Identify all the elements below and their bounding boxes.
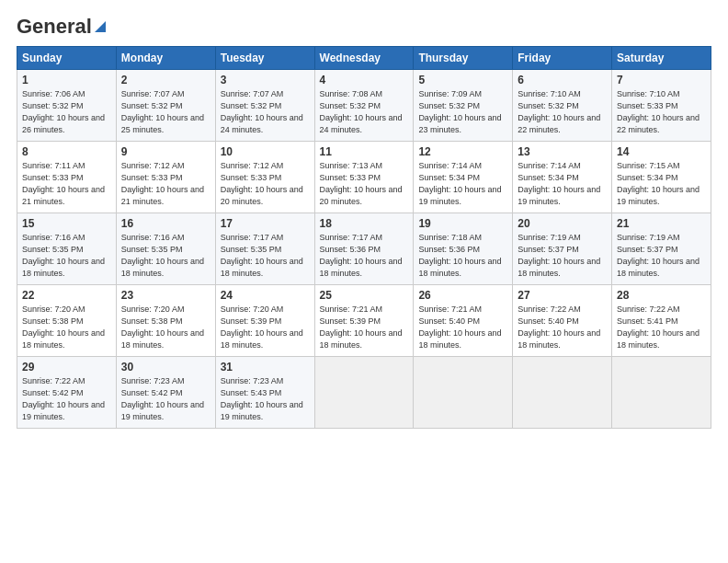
day-info: Sunrise: 7:19 AMSunset: 5:37 PMDaylight:… [617, 233, 700, 278]
calendar-cell: 17 Sunrise: 7:17 AMSunset: 5:35 PMDaylig… [215, 213, 314, 285]
day-number: 1 [22, 74, 111, 86]
day-info: Sunrise: 7:22 AMSunset: 5:42 PMDaylight:… [22, 376, 105, 421]
calendar-cell [513, 357, 612, 429]
calendar-cell: 22 Sunrise: 7:20 AMSunset: 5:38 PMDaylig… [17, 285, 117, 357]
day-info: Sunrise: 7:07 AMSunset: 5:32 PMDaylight:… [121, 89, 204, 134]
calendar-cell: 16 Sunrise: 7:16 AMSunset: 5:35 PMDaylig… [116, 213, 215, 285]
calendar-cell: 11 Sunrise: 7:13 AMSunset: 5:33 PMDaylig… [314, 142, 414, 213]
calendar-weekday-saturday: Saturday [612, 47, 711, 70]
logo-text-general: General [17, 15, 92, 39]
day-info: Sunrise: 7:20 AMSunset: 5:39 PMDaylight:… [221, 304, 303, 350]
day-info: Sunrise: 7:12 AMSunset: 5:33 PMDaylight:… [121, 161, 204, 206]
calendar-cell: 12 Sunrise: 7:14 AMSunset: 5:34 PMDaylig… [414, 142, 513, 213]
day-number: 10 [221, 145, 310, 158]
day-info: Sunrise: 7:17 AMSunset: 5:36 PMDaylight:… [320, 233, 403, 278]
calendar-cell: 2 Sunrise: 7:07 AMSunset: 5:32 PMDayligh… [116, 70, 215, 142]
calendar-cell [612, 357, 711, 429]
day-info: Sunrise: 7:14 AMSunset: 5:34 PMDaylight:… [518, 161, 600, 206]
day-number: 31 [221, 361, 310, 373]
header: General [17, 15, 711, 39]
calendar-cell: 15 Sunrise: 7:16 AMSunset: 5:35 PMDaylig… [17, 213, 117, 285]
day-info: Sunrise: 7:20 AMSunset: 5:38 PMDaylight:… [22, 304, 105, 350]
calendar-cell: 8 Sunrise: 7:11 AMSunset: 5:33 PMDayligh… [17, 142, 117, 213]
day-info: Sunrise: 7:11 AMSunset: 5:33 PMDaylight:… [22, 161, 105, 206]
day-number: 29 [22, 361, 111, 373]
day-number: 22 [22, 289, 111, 302]
day-info: Sunrise: 7:23 AMSunset: 5:43 PMDaylight:… [221, 376, 303, 421]
day-number: 21 [617, 217, 706, 230]
calendar-cell: 18 Sunrise: 7:17 AMSunset: 5:36 PMDaylig… [314, 213, 414, 285]
calendar-cell: 21 Sunrise: 7:19 AMSunset: 5:37 PMDaylig… [612, 213, 711, 285]
calendar-cell: 28 Sunrise: 7:22 AMSunset: 5:41 PMDaylig… [612, 285, 711, 357]
day-number: 26 [418, 289, 507, 302]
day-info: Sunrise: 7:07 AMSunset: 5:32 PMDaylight:… [221, 89, 303, 134]
page: General SundayMondayTuesdayWednesdayThur… [0, 0, 728, 563]
day-info: Sunrise: 7:18 AMSunset: 5:36 PMDaylight:… [418, 233, 501, 278]
day-number: 17 [221, 217, 310, 230]
calendar-weekday-thursday: Thursday [414, 47, 513, 70]
calendar-weekday-tuesday: Tuesday [215, 47, 314, 70]
calendar-cell: 26 Sunrise: 7:21 AMSunset: 5:40 PMDaylig… [414, 285, 513, 357]
day-info: Sunrise: 7:16 AMSunset: 5:35 PMDaylight:… [22, 233, 105, 278]
calendar-cell: 6 Sunrise: 7:10 AMSunset: 5:32 PMDayligh… [513, 70, 612, 142]
calendar-cell [414, 357, 513, 429]
day-number: 18 [320, 217, 409, 230]
day-info: Sunrise: 7:16 AMSunset: 5:35 PMDaylight:… [121, 233, 204, 278]
logo-name: General [17, 15, 108, 39]
day-info: Sunrise: 7:19 AMSunset: 5:37 PMDaylight:… [518, 233, 600, 278]
calendar-cell: 10 Sunrise: 7:12 AMSunset: 5:33 PMDaylig… [215, 142, 314, 213]
day-info: Sunrise: 7:22 AMSunset: 5:41 PMDaylight:… [617, 304, 700, 350]
calendar-cell: 27 Sunrise: 7:22 AMSunset: 5:40 PMDaylig… [513, 285, 612, 357]
day-number: 24 [221, 289, 310, 302]
day-info: Sunrise: 7:21 AMSunset: 5:40 PMDaylight:… [418, 304, 501, 350]
svg-marker-0 [95, 21, 106, 32]
calendar-cell: 25 Sunrise: 7:21 AMSunset: 5:39 PMDaylig… [314, 285, 414, 357]
day-number: 12 [418, 145, 507, 158]
calendar-cell: 14 Sunrise: 7:15 AMSunset: 5:34 PMDaylig… [612, 142, 711, 213]
calendar-cell: 3 Sunrise: 7:07 AMSunset: 5:32 PMDayligh… [215, 70, 314, 142]
calendar-cell: 20 Sunrise: 7:19 AMSunset: 5:37 PMDaylig… [513, 213, 612, 285]
day-number: 6 [518, 74, 607, 86]
calendar-cell: 5 Sunrise: 7:09 AMSunset: 5:32 PMDayligh… [414, 70, 513, 142]
day-number: 30 [121, 361, 210, 373]
day-number: 2 [121, 74, 210, 86]
day-number: 14 [617, 145, 706, 158]
day-number: 9 [121, 145, 210, 158]
calendar-weekday-wednesday: Wednesday [314, 47, 414, 70]
day-number: 25 [320, 289, 409, 302]
day-number: 8 [22, 145, 111, 158]
day-number: 23 [121, 289, 210, 302]
day-number: 13 [518, 145, 607, 158]
day-info: Sunrise: 7:06 AMSunset: 5:32 PMDaylight:… [22, 89, 105, 134]
calendar-cell: 4 Sunrise: 7:08 AMSunset: 5:32 PMDayligh… [314, 70, 414, 142]
day-info: Sunrise: 7:12 AMSunset: 5:33 PMDaylight:… [221, 161, 303, 206]
day-number: 7 [617, 74, 706, 86]
calendar-table: SundayMondayTuesdayWednesdayThursdayFrid… [17, 46, 711, 429]
calendar-cell: 13 Sunrise: 7:14 AMSunset: 5:34 PMDaylig… [513, 142, 612, 213]
day-info: Sunrise: 7:21 AMSunset: 5:39 PMDaylight:… [320, 304, 403, 350]
calendar-cell: 30 Sunrise: 7:23 AMSunset: 5:42 PMDaylig… [116, 357, 215, 429]
day-info: Sunrise: 7:10 AMSunset: 5:32 PMDaylight:… [518, 89, 600, 134]
logo: General [17, 15, 108, 39]
day-number: 16 [121, 217, 210, 230]
day-info: Sunrise: 7:17 AMSunset: 5:35 PMDaylight:… [221, 233, 303, 278]
day-number: 15 [22, 217, 111, 230]
day-info: Sunrise: 7:14 AMSunset: 5:34 PMDaylight:… [418, 161, 501, 206]
day-info: Sunrise: 7:13 AMSunset: 5:33 PMDaylight:… [320, 161, 403, 206]
day-number: 19 [418, 217, 507, 230]
day-number: 5 [418, 74, 507, 86]
calendar-cell [314, 357, 414, 429]
day-info: Sunrise: 7:22 AMSunset: 5:40 PMDaylight:… [518, 304, 600, 350]
day-info: Sunrise: 7:08 AMSunset: 5:32 PMDaylight:… [320, 89, 403, 134]
calendar-cell: 29 Sunrise: 7:22 AMSunset: 5:42 PMDaylig… [17, 357, 117, 429]
calendar-weekday-friday: Friday [513, 47, 612, 70]
logo-triangle-icon [93, 19, 108, 34]
day-number: 11 [320, 145, 409, 158]
calendar-header-row: SundayMondayTuesdayWednesdayThursdayFrid… [17, 47, 711, 70]
calendar-cell: 7 Sunrise: 7:10 AMSunset: 5:33 PMDayligh… [612, 70, 711, 142]
calendar-cell: 19 Sunrise: 7:18 AMSunset: 5:36 PMDaylig… [414, 213, 513, 285]
calendar-cell: 24 Sunrise: 7:20 AMSunset: 5:39 PMDaylig… [215, 285, 314, 357]
calendar-cell: 9 Sunrise: 7:12 AMSunset: 5:33 PMDayligh… [116, 142, 215, 213]
day-info: Sunrise: 7:23 AMSunset: 5:42 PMDaylight:… [121, 376, 204, 421]
day-info: Sunrise: 7:09 AMSunset: 5:32 PMDaylight:… [418, 89, 501, 134]
